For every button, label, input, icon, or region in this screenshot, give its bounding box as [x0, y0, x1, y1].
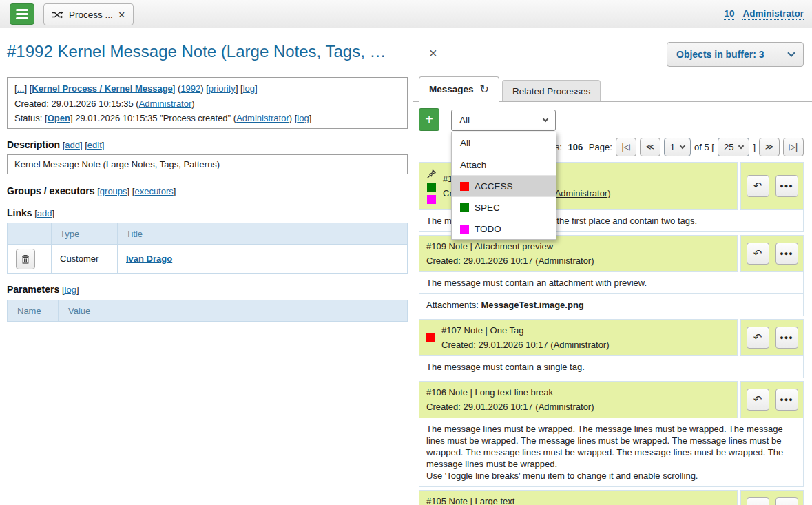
message-filter-select[interactable]: All	[451, 110, 556, 131]
user-link[interactable]: Administrator	[139, 99, 192, 109]
prev-page-button[interactable]: ≪	[640, 138, 660, 156]
filter-option-todo[interactable]: TODO	[452, 218, 556, 239]
page-of-label: of 5 [	[694, 142, 714, 152]
text: Status: [	[14, 113, 48, 123]
text: ] [	[236, 83, 243, 94]
reply-button[interactable]: ↶	[747, 327, 769, 349]
link-title-link[interactable]: Ivan Drago	[126, 254, 172, 264]
parameters-log-link[interactable]: log	[65, 285, 76, 295]
records-count: 106	[568, 142, 583, 152]
user-link[interactable]: Administrator	[554, 340, 607, 350]
trash-icon	[21, 254, 30, 264]
reply-button[interactable]: ↶	[747, 243, 769, 265]
hamburger-menu-button[interactable]	[10, 3, 34, 25]
process-tab-label: Process ...	[69, 10, 113, 20]
groups-link[interactable]: groups	[100, 186, 127, 196]
description-add-link[interactable]: add	[65, 140, 80, 150]
user-link[interactable]: Administrator	[236, 113, 289, 123]
description-edit-link[interactable]: edit	[87, 140, 102, 150]
message-item: #107 Note | One Tag Created: 29.01.2026 …	[419, 319, 804, 378]
message-title: #107 Note | One Tag	[441, 325, 610, 336]
objects-in-buffer-button[interactable]: Objects in buffer: 3	[667, 42, 804, 67]
parameters-table: Name Value	[7, 300, 408, 322]
filter-option-attach[interactable]: Attach	[452, 154, 556, 175]
delete-link-button[interactable]	[16, 249, 35, 269]
message-attachments: Attachments: MessageTest.image.png	[419, 294, 804, 316]
process-tab[interactable]: Process ... ×	[43, 3, 134, 25]
message-menu-button[interactable]: ●●●	[775, 243, 798, 265]
page-size-value: 25	[724, 142, 733, 152]
process-type-link[interactable]: Kernel Process / Kernel Message	[32, 83, 173, 94]
message-item: #106 Note | Long text line break Created…	[419, 381, 804, 487]
message-created: Created: 29.01.2026 10:17 (Administrator…	[426, 402, 594, 412]
message-title: #106 Note | Long text line break	[426, 387, 594, 398]
text: ]	[309, 113, 312, 123]
attachment-link[interactable]: MessageTest.image.png	[481, 300, 583, 310]
info-line-3: Status: [Open] 29.01.2026 10:15:35 "Proc…	[14, 111, 400, 126]
text: Created: 29.01.2026 10:17 (	[426, 402, 539, 412]
page-number-value: 1	[670, 142, 675, 152]
links-section-header: Links [add]	[7, 207, 54, 220]
user-menu-link[interactable]: Administrator	[742, 8, 804, 20]
text: Created: 29.01.2026 10:15:35 (	[14, 99, 139, 109]
text: [	[59, 285, 64, 295]
links-header-actions	[8, 223, 52, 244]
tag-swatch	[460, 203, 469, 212]
message-item: #109 Note | Attachment preview Created: …	[419, 235, 804, 316]
message-actions: ↶ ●●●	[740, 319, 804, 356]
text: )	[591, 402, 594, 412]
objects-in-buffer-label: Objects in buffer: 3	[676, 49, 764, 60]
filter-option-all[interactable]: All	[452, 132, 556, 154]
description-section-header: Description [add] [edit]	[7, 138, 104, 152]
message-menu-button[interactable]: ●●●	[775, 327, 798, 349]
text: ] [	[24, 83, 32, 94]
add-message-button[interactable]: +	[419, 108, 439, 131]
reply-button[interactable]: ↶	[747, 389, 769, 411]
link-type-cell: Customer	[52, 245, 118, 273]
filter-dropdown: All Attach ACCESS SPEC TODO	[451, 132, 556, 240]
buffer-count-link[interactable]: 10	[724, 8, 734, 20]
description-value: Kernel Message Note (Large Notes, Tags, …	[7, 154, 408, 174]
reply-button[interactable]: ↶	[747, 497, 769, 505]
reply-button[interactable]: ↶	[747, 175, 769, 197]
option-label: Attach	[460, 160, 486, 170]
user-link[interactable]: Administrator	[539, 402, 592, 412]
tab-messages[interactable]: Messages ↻	[419, 76, 499, 102]
tag-swatch	[460, 182, 469, 191]
log-link[interactable]: log	[243, 83, 255, 94]
priority-link[interactable]: priority	[209, 83, 236, 94]
links-table-header: Type Title	[8, 223, 407, 244]
user-link[interactable]: Administrator	[539, 256, 592, 266]
links-header-title: Title	[118, 223, 407, 244]
process-tab-close-icon[interactable]: ×	[118, 9, 125, 21]
filter-option-access[interactable]: ACCESS	[452, 175, 556, 196]
shuffle-icon	[52, 10, 63, 19]
refresh-icon[interactable]: ↻	[480, 83, 489, 96]
first-page-button[interactable]: |◁	[616, 138, 636, 156]
message-body: The message must contain an attachment w…	[419, 272, 804, 294]
links-add-link[interactable]: add	[37, 208, 52, 218]
filter-option-spec[interactable]: SPEC	[452, 196, 556, 218]
text: ] 29.01.2026 10:15:35 "Process created" …	[70, 113, 236, 123]
user-link[interactable]: Administrator	[555, 188, 608, 198]
page-close-icon[interactable]: ×	[429, 45, 437, 61]
expand-link[interactable]: ...	[17, 83, 25, 94]
process-id-link[interactable]: 1992	[180, 83, 200, 94]
executors-link[interactable]: executors	[134, 186, 173, 196]
page-number-select[interactable]: 1	[664, 138, 691, 156]
page-size-select[interactable]: 25	[718, 138, 749, 156]
tab-related-processes[interactable]: Related Processes	[502, 80, 601, 101]
status-log-link[interactable]: log	[297, 113, 309, 123]
status-open-link[interactable]: Open	[48, 113, 70, 123]
info-line-2: Created: 29.01.2026 10:15:35 (Administra…	[14, 96, 400, 112]
message-menu-button[interactable]: ●●●	[775, 175, 798, 197]
next-page-button[interactable]: ≫	[759, 138, 780, 156]
message-header: #106 Note | Long text line break Created…	[419, 381, 738, 418]
last-page-button[interactable]: ▷|	[783, 138, 804, 156]
option-label: SPEC	[475, 203, 500, 213]
section-title: Parameters	[7, 284, 59, 295]
message-menu-button[interactable]: ●●●	[775, 497, 798, 505]
message-menu-button[interactable]: ●●●	[775, 389, 798, 411]
pin-icon	[426, 169, 437, 179]
parameters-section-header: Parameters [log]	[7, 283, 79, 296]
